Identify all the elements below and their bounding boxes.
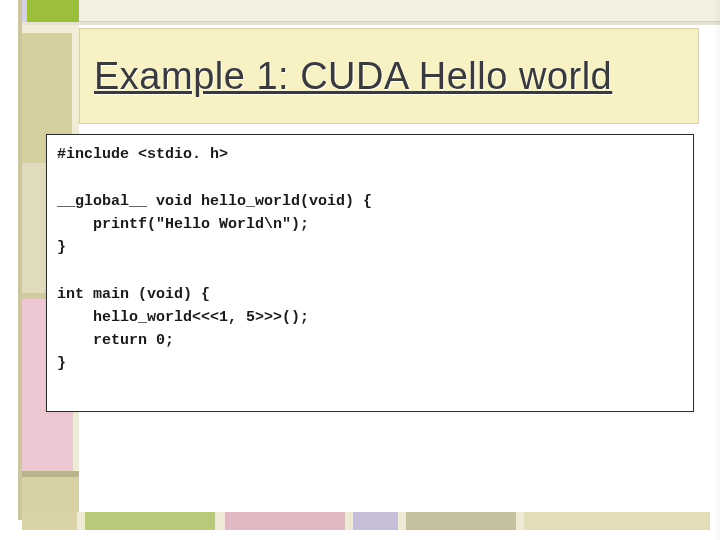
slide-title: Example 1: CUDA Hello world xyxy=(94,55,612,98)
decor-chip-olive xyxy=(406,512,516,530)
slide-canvas: Example 1: CUDA Hello world #include <st… xyxy=(0,0,720,540)
decor-bottom-row xyxy=(22,512,710,530)
decor-chip-pink xyxy=(225,512,345,530)
decor-chip-sand xyxy=(524,512,710,530)
decor-topleft-green xyxy=(27,0,79,22)
decor-gap xyxy=(398,512,406,530)
decor-right-hint xyxy=(714,0,720,540)
code-listing: #include <stdio. h> __global__ void hell… xyxy=(57,143,683,376)
decor-chip-green xyxy=(85,512,215,530)
decor-gap xyxy=(516,512,524,530)
decor-gap xyxy=(345,512,353,530)
decor-gap xyxy=(215,512,225,530)
decor-gap xyxy=(77,512,85,530)
decor-chip xyxy=(22,512,77,530)
title-band: Example 1: CUDA Hello world xyxy=(79,28,699,124)
decor-seg xyxy=(22,25,79,33)
decor-top-beige xyxy=(79,0,720,22)
decor-top-line xyxy=(22,22,720,25)
decor-chip-lavender xyxy=(353,512,398,530)
code-box: #include <stdio. h> __global__ void hell… xyxy=(46,134,694,412)
